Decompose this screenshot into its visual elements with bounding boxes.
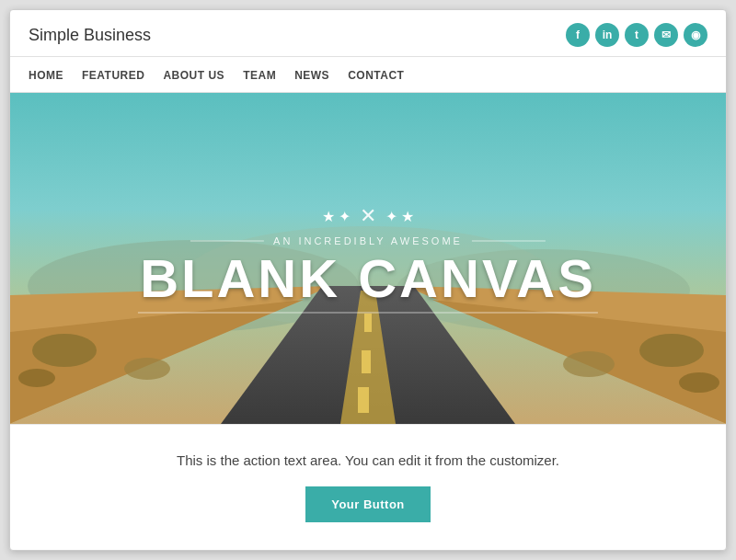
hero-underline-decoration	[138, 313, 598, 314]
facebook-icon[interactable]: f	[566, 23, 590, 47]
nav-list: HOME FEATURED ABOUT US TEAM NEWS CONTACT	[29, 66, 707, 83]
nav-item-featured[interactable]: FEATURED	[82, 66, 144, 83]
action-text: This is the action text area. You can ed…	[29, 452, 707, 468]
nav-item-team[interactable]: TEAM	[243, 66, 276, 83]
hero-subtitle: AN INCREDIBLY AWESOME	[46, 235, 690, 246]
svg-point-10	[18, 369, 55, 387]
svg-rect-16	[364, 314, 372, 332]
hero-title: BLANK CANVAS	[46, 252, 690, 305]
linkedin-icon[interactable]: in	[595, 23, 619, 47]
browser-frame: Simple Business f in t ✉ ◉ HOME FEATURED…	[9, 9, 727, 551]
action-area: This is the action text area. You can ed…	[10, 424, 726, 550]
svg-point-12	[563, 351, 615, 377]
hero-section: ★ ✦ ✕ ✦ ★ AN INCREDIBLY AWESOME BLANK CA…	[10, 93, 726, 424]
svg-point-13	[679, 372, 719, 393]
star-cluster-right: ✦ ★	[385, 207, 414, 224]
site-header: Simple Business f in t ✉ ◉	[10, 10, 726, 57]
email-icon[interactable]: ✉	[654, 23, 678, 47]
svg-point-11	[639, 334, 704, 367]
svg-rect-18	[358, 387, 369, 413]
action-button[interactable]: Your Button	[305, 486, 431, 522]
social-icons-group: f in t ✉ ◉	[566, 23, 707, 47]
main-nav: HOME FEATURED ABOUT US TEAM NEWS CONTACT	[10, 57, 726, 93]
hero-decoration: ★ ✦ ✕ ✦ ★	[46, 204, 690, 228]
nav-item-aboutus[interactable]: ABOUT US	[163, 66, 224, 83]
arrow-cross-icon: ✕	[360, 204, 376, 228]
star-cluster-left: ★ ✦	[322, 207, 351, 224]
nav-item-home[interactable]: HOME	[29, 66, 63, 83]
hero-content: ★ ✦ ✕ ✦ ★ AN INCREDIBLY AWESOME BLANK CA…	[46, 204, 690, 314]
svg-point-9	[124, 358, 170, 380]
svg-point-8	[32, 334, 97, 367]
nav-item-contact[interactable]: CONTACT	[348, 66, 404, 83]
rss-icon[interactable]: ◉	[684, 23, 707, 47]
svg-rect-17	[362, 350, 371, 373]
nav-item-news[interactable]: NEWS	[294, 66, 329, 83]
site-title: Simple Business	[29, 26, 151, 45]
twitter-icon[interactable]: t	[625, 23, 649, 47]
